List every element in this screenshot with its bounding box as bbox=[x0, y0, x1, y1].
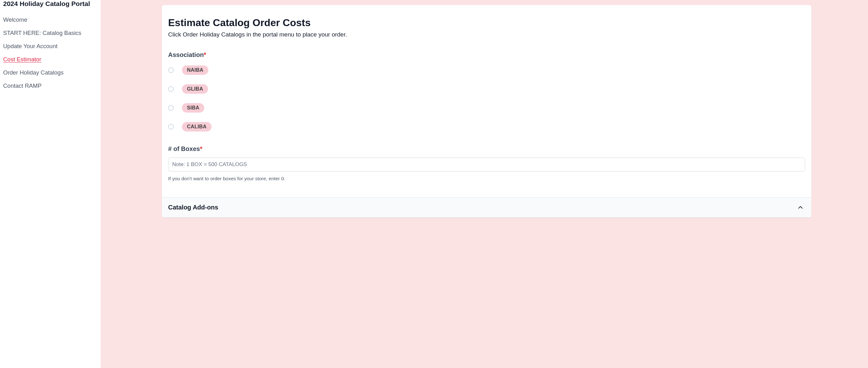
boxes-label: # of Boxes* bbox=[168, 145, 805, 152]
form-card: Estimate Catalog Order Costs Click Order… bbox=[162, 5, 811, 218]
boxes-field: # of Boxes* If you don't want to order b… bbox=[168, 145, 805, 181]
radio-option-label: NAIBA bbox=[182, 65, 208, 75]
sidebar-item-catalog-basics[interactable]: START HERE: Catalog Basics bbox=[3, 30, 97, 36]
sidebar-item-contact-ramp[interactable]: Contact RAMP bbox=[3, 82, 97, 89]
radio-option-caliba[interactable]: CALIBA bbox=[168, 122, 805, 132]
sidebar-item-label[interactable]: Contact RAMP bbox=[3, 82, 41, 89]
sidebar-item-update-account[interactable]: Update Your Account bbox=[3, 43, 97, 50]
sidebar-item-label[interactable]: Order Holiday Catalogs bbox=[3, 69, 63, 76]
radio-circle-icon[interactable] bbox=[168, 105, 174, 111]
sidebar-item-welcome[interactable]: Welcome bbox=[3, 16, 97, 23]
chevron-up-icon bbox=[797, 204, 804, 211]
radio-circle-icon[interactable] bbox=[168, 67, 174, 73]
radio-circle-icon[interactable] bbox=[168, 86, 174, 92]
sidebar-item-label[interactable]: Update Your Account bbox=[3, 43, 58, 49]
required-mark: * bbox=[200, 145, 203, 152]
main-content: Estimate Catalog Order Costs Click Order… bbox=[100, 0, 868, 368]
boxes-label-text: # of Boxes bbox=[168, 145, 200, 152]
sidebar-title: 2024 Holiday Catalog Portal bbox=[3, 0, 97, 7]
page-title: Estimate Catalog Order Costs bbox=[168, 17, 805, 29]
addons-section-title: Catalog Add-ons bbox=[162, 204, 218, 211]
required-mark: * bbox=[204, 51, 206, 58]
association-label-text: Association bbox=[168, 51, 204, 58]
sidebar: 2024 Holiday Catalog Portal Welcome STAR… bbox=[0, 0, 100, 368]
association-radio-group: NAIBA GLIBA SIBA CALIBA bbox=[168, 65, 805, 132]
radio-circle-icon[interactable] bbox=[168, 124, 174, 130]
sidebar-item-label[interactable]: Welcome bbox=[3, 16, 27, 23]
page-subtitle: Click Order Holiday Catalogs in the port… bbox=[168, 31, 805, 38]
radio-option-label: GLIBA bbox=[182, 84, 208, 94]
sidebar-item-order-catalogs[interactable]: Order Holiday Catalogs bbox=[3, 69, 97, 76]
sidebar-item-cost-estimator[interactable]: Cost Estimator bbox=[3, 56, 97, 63]
nav-list: Welcome START HERE: Catalog Basics Updat… bbox=[3, 16, 97, 89]
addons-section-header[interactable]: Catalog Add-ons bbox=[162, 197, 811, 218]
boxes-help-text: If you don't want to order boxes for you… bbox=[168, 176, 805, 181]
boxes-input[interactable] bbox=[168, 158, 805, 171]
card-body: Estimate Catalog Order Costs Click Order… bbox=[162, 5, 811, 197]
association-label: Association* bbox=[168, 51, 805, 58]
radio-option-siba[interactable]: SIBA bbox=[168, 103, 805, 113]
radio-option-gliba[interactable]: GLIBA bbox=[168, 84, 805, 94]
sidebar-item-label[interactable]: START HERE: Catalog Basics bbox=[3, 30, 82, 36]
radio-option-label: SIBA bbox=[182, 103, 204, 113]
sidebar-item-label[interactable]: Cost Estimator bbox=[3, 56, 41, 63]
radio-option-naiba[interactable]: NAIBA bbox=[168, 65, 805, 75]
radio-option-label: CALIBA bbox=[182, 122, 212, 132]
